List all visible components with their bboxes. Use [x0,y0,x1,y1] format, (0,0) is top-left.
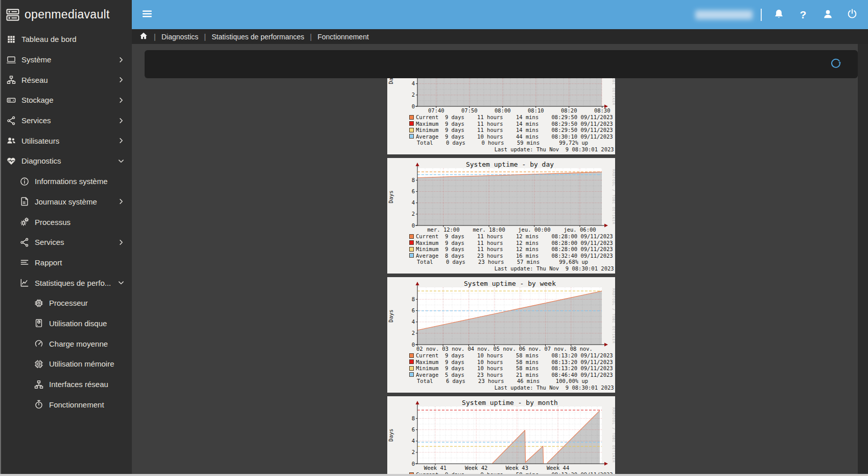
legend-text: Average 9 days 10 hours 44 mins 08:30:10… [416,133,613,140]
svg-text:0: 0 [412,461,415,467]
top-header: ? [132,0,868,29]
window-frame-left [0,0,1,476]
breadcrumb-home[interactable] [139,31,148,42]
breadcrumb-item[interactable]: Diagnostics [161,33,198,41]
chevron-right-icon [116,197,126,206]
sidebar-item-services[interactable]: Services [0,232,132,253]
chart-toolbar [145,50,858,78]
svg-text:04 nov.: 04 nov. [467,346,490,352]
legend-text: Minimum 9 days 11 hours 14 mins 08:29:50… [416,127,613,133]
sidebar-item-fonctionnement[interactable]: Fonctionnement [0,394,132,415]
legend-key-average [409,134,414,139]
system-icon [6,55,17,65]
sidebar-item-services[interactable]: Services [0,110,132,131]
sidebar-item-label: Journaux système [35,197,116,206]
breadcrumb-item[interactable]: Fonctionnement [317,33,368,41]
breadcrumb-separator: | [204,32,206,41]
share-icon [19,237,31,247]
sidebar-item-label: Système [21,55,116,64]
svg-text:08:10: 08:10 [528,107,544,114]
refresh-icon [830,57,842,71]
uptime-stopwatch-icon [34,399,45,410]
rrd-graph-panel-hour: 0246807:4007:5008:0008:1008:2008:30DaysR… [387,78,616,155]
perf-chart-icon [19,278,31,288]
sidebar-item-stockage[interactable]: Stockage [0,90,132,110]
legend-row-minimum: Minimum 9 days 10 hours 58 mins 08:13:20… [409,365,614,372]
sidebar-item-processus[interactable]: Processus [0,212,132,232]
help-button[interactable]: ? [794,6,812,24]
svg-text:System uptime - by month: System uptime - by month [462,399,558,406]
svg-text:Days: Days [388,309,394,322]
refresh-button[interactable] [827,56,844,73]
notifications-button[interactable] [770,6,787,24]
breadcrumb-separator: | [310,32,312,41]
app-logo[interactable]: openmediavault [0,0,132,29]
rrd-graph-panel-day: 02468mer. 12:00mer. 18:00jeu. 00:00jeu. … [387,157,616,274]
svg-text:4: 4 [412,80,415,86]
chevron-down-icon [116,156,126,166]
sidebar-item-charge-moyenne[interactable]: Charge moyenne [0,333,132,354]
menu-toggle-button[interactable] [138,6,156,24]
rrd-legend: Current 9 days 10 hours 58 mins 08:13:20… [409,352,614,391]
openmediavault-page: openmediavault Tableau de bordSystèmeRés… [0,0,868,476]
chevron-right-icon [116,96,126,105]
gauge-icon [34,338,45,349]
legend-text: Total 0 days 23 hours 57 mins 99,68% up [417,259,588,265]
svg-text:mer. 18:00: mer. 18:00 [473,226,505,233]
sidebar-item-informations-syst-me[interactable]: Informations système [0,171,132,192]
sidebar-item-utilisation-disque[interactable]: Utilisation disque [0,313,132,334]
sidebar-item-utilisation-m-moire[interactable]: Utilisation mémoire [0,354,132,374]
sidebar-item-diagnostics[interactable]: Diagnostics [0,151,132,171]
legend-key-average [409,253,414,258]
rrd-legend: Current 9 days 11 hours 12 mins 08:28:00… [409,233,614,271]
sidebar-item-processeur[interactable]: Processeur [0,293,132,313]
user-menu-button[interactable] [819,6,836,24]
svg-text:2: 2 [412,92,415,98]
share-icon [6,116,17,126]
chevron-right-icon [116,75,126,84]
svg-text:8: 8 [412,415,415,421]
legend-row-average: Average 5 days 23 hours 21 mins 08:46:40… [409,372,614,378]
svg-text:0: 0 [412,342,415,348]
svg-text:jeu. 06:00: jeu. 06:00 [564,226,596,233]
legend-text: Total 0 days 0 hours 59 mins 99,72% up [417,140,588,146]
svg-text:System uptime - by week: System uptime - by week [464,280,556,287]
sidebar-item-interfaces-r-seau[interactable]: Interfaces réseau [0,374,132,395]
sidebar-item-utilisateurs[interactable]: Utilisateurs [0,130,132,151]
sidebar-item-label: Services [21,116,116,125]
memory-icon [34,359,45,369]
header-divider [761,9,762,21]
sidebar-nav: Tableau de bordSystèmeRéseauStockageServ… [0,29,132,476]
sidebar-item-rapport[interactable]: Rapport [0,253,132,273]
sidebar-item-label: Utilisation disque [49,319,132,328]
cpu-icon [34,298,45,308]
svg-text:Days: Days [388,428,394,441]
sidebar-item-label: Processus [35,218,132,226]
journal-icon [19,196,31,207]
legend-text: Current 9 days 11 hours 14 mins 08:29:50… [416,114,613,121]
scrollbar-gutter[interactable] [858,44,868,476]
sidebar-item-label: Interfaces réseau [49,380,132,389]
report-icon [19,257,31,267]
legend-key-minimum [409,247,414,252]
svg-text:08:30: 08:30 [594,107,611,114]
sidebar-item-journaux-syst-me[interactable]: Journaux système [0,192,132,212]
charts-viewport[interactable]: 0246807:4007:5008:0008:1008:2008:30DaysR… [387,78,618,476]
legend-row-current: Current 9 days 11 hours 12 mins 08:28:00… [409,233,614,240]
sidebar-item-r-seau[interactable]: Réseau [0,70,132,90]
charts-column: 0246807:4007:5008:0008:1008:2008:30DaysR… [387,78,618,476]
legend-text: Average 5 days 23 hours 21 mins 08:46:40… [416,372,613,378]
svg-text:Week 41: Week 41 [424,465,447,471]
legend-key-maximum [409,240,414,245]
legend-text: Minimum 9 days 11 hours 12 mins 08:28:00… [416,246,613,253]
window-frame-bottom [0,474,868,476]
sidebar-item-tableau-de-bord[interactable]: Tableau de bord [0,29,132,50]
sidebar-item-statistiques-de-perfo[interactable]: Statistiques de perfo... [0,273,132,293]
hostname-redacted [695,10,753,19]
power-button[interactable] [843,6,861,24]
sidebar-item-syst-me[interactable]: Système [0,50,132,70]
legend-text: Maximum 9 days 11 hours 14 mins 08:29:50… [416,121,613,127]
notifications-bell-icon [773,8,785,21]
legend-text: Minimum 9 days 10 hours 58 mins 08:13:20… [416,365,613,372]
breadcrumb-item[interactable]: Statistiques de performances [212,33,304,41]
